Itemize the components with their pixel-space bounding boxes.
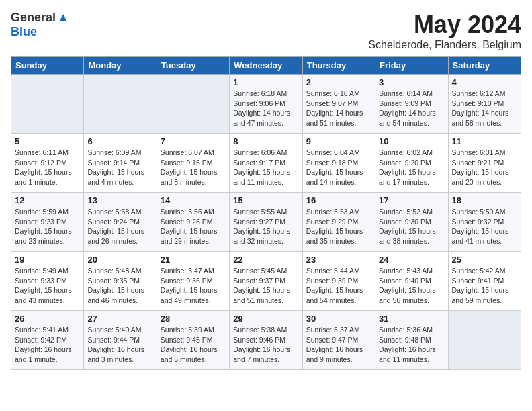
- calendar-cell: 18Sunrise: 5:50 AMSunset: 9:32 PMDayligh…: [448, 193, 521, 252]
- day-number: 28: [161, 314, 226, 324]
- cell-sun-info: Sunrise: 5:40 AMSunset: 9:44 PMDaylight:…: [87, 325, 152, 365]
- cell-sun-info: Sunrise: 5:59 AMSunset: 9:23 PMDaylight:…: [15, 207, 80, 246]
- day-number: 11: [452, 136, 517, 146]
- week-row-3: 12Sunrise: 5:59 AMSunset: 9:23 PMDayligh…: [11, 193, 521, 252]
- calendar-cell: 9Sunrise: 6:04 AMSunset: 9:18 PMDaylight…: [302, 134, 375, 193]
- cell-sun-info: Sunrise: 5:41 AMSunset: 9:42 PMDaylight:…: [15, 325, 80, 365]
- calendar-cell: 3Sunrise: 6:14 AMSunset: 9:09 PMDaylight…: [375, 75, 448, 134]
- day-number: 15: [233, 195, 298, 205]
- day-number: 17: [379, 195, 444, 205]
- cell-sun-info: Sunrise: 5:50 AMSunset: 9:32 PMDaylight:…: [452, 207, 517, 246]
- calendar-cell: 7Sunrise: 6:07 AMSunset: 9:15 PMDaylight…: [157, 134, 229, 193]
- month-title: May 2024: [368, 11, 521, 39]
- cell-sun-info: Sunrise: 6:02 AMSunset: 9:20 PMDaylight:…: [379, 148, 444, 187]
- day-number: 8: [233, 136, 298, 146]
- calendar-cell: 8Sunrise: 6:06 AMSunset: 9:17 PMDaylight…: [230, 134, 302, 193]
- calendar-cell: 24Sunrise: 5:43 AMSunset: 9:40 PMDayligh…: [375, 252, 448, 311]
- calendar-cell: [448, 311, 521, 370]
- calendar-cell: [11, 75, 84, 134]
- day-number: 12: [15, 195, 80, 205]
- calendar-cell: 16Sunrise: 5:53 AMSunset: 9:29 PMDayligh…: [302, 193, 375, 252]
- calendar-cell: 14Sunrise: 5:56 AMSunset: 9:26 PMDayligh…: [157, 193, 229, 252]
- calendar-cell: 22Sunrise: 5:45 AMSunset: 9:37 PMDayligh…: [230, 252, 302, 311]
- day-number: 5: [15, 136, 80, 146]
- calendar-cell: 23Sunrise: 5:44 AMSunset: 9:39 PMDayligh…: [302, 252, 375, 311]
- cell-sun-info: Sunrise: 5:44 AMSunset: 9:39 PMDaylight:…: [306, 266, 371, 306]
- day-header-friday: Friday: [375, 57, 448, 75]
- calendar-cell: 31Sunrise: 5:36 AMSunset: 9:48 PMDayligh…: [375, 311, 448, 370]
- calendar-cell: 5Sunrise: 6:11 AMSunset: 9:12 PMDaylight…: [11, 134, 84, 193]
- logo-triangle-icon: [57, 11, 69, 24]
- calendar-table: SundayMondayTuesdayWednesdayThursdayFrid…: [11, 56, 521, 370]
- calendar-cell: 2Sunrise: 6:16 AMSunset: 9:07 PMDaylight…: [302, 75, 375, 134]
- day-number: 14: [161, 195, 226, 205]
- cell-sun-info: Sunrise: 6:06 AMSunset: 9:17 PMDaylight:…: [233, 148, 298, 187]
- day-number: 13: [87, 195, 152, 205]
- day-header-tuesday: Tuesday: [157, 57, 229, 75]
- calendar-cell: 6Sunrise: 6:09 AMSunset: 9:14 PMDaylight…: [84, 134, 157, 193]
- cell-sun-info: Sunrise: 5:37 AMSunset: 9:47 PMDaylight:…: [306, 325, 371, 365]
- calendar-cell: 13Sunrise: 5:58 AMSunset: 9:24 PMDayligh…: [84, 193, 157, 252]
- day-header-monday: Monday: [84, 57, 157, 75]
- header-row: SundayMondayTuesdayWednesdayThursdayFrid…: [11, 57, 521, 75]
- day-number: 10: [379, 136, 444, 146]
- cell-sun-info: Sunrise: 6:07 AMSunset: 9:15 PMDaylight:…: [161, 148, 226, 187]
- day-number: 30: [306, 314, 371, 324]
- day-number: 16: [306, 195, 371, 205]
- title-area: May 2024 Schelderode, Flanders, Belgium: [368, 11, 521, 51]
- calendar-cell: 19Sunrise: 5:49 AMSunset: 9:33 PMDayligh…: [11, 252, 84, 311]
- cell-sun-info: Sunrise: 5:52 AMSunset: 9:30 PMDaylight:…: [379, 207, 444, 246]
- day-number: 18: [452, 195, 517, 205]
- day-header-sunday: Sunday: [11, 57, 84, 75]
- day-number: 1: [233, 77, 298, 87]
- cell-sun-info: Sunrise: 6:14 AMSunset: 9:09 PMDaylight:…: [379, 89, 444, 128]
- calendar-cell: [84, 75, 157, 134]
- cell-sun-info: Sunrise: 5:47 AMSunset: 9:36 PMDaylight:…: [161, 266, 226, 306]
- week-row-4: 19Sunrise: 5:49 AMSunset: 9:33 PMDayligh…: [11, 252, 521, 311]
- calendar-cell: 29Sunrise: 5:38 AMSunset: 9:46 PMDayligh…: [230, 311, 302, 370]
- day-number: 2: [306, 77, 371, 87]
- week-row-2: 5Sunrise: 6:11 AMSunset: 9:12 PMDaylight…: [11, 134, 521, 193]
- cell-sun-info: Sunrise: 6:09 AMSunset: 9:14 PMDaylight:…: [87, 148, 152, 187]
- day-header-thursday: Thursday: [302, 57, 375, 75]
- day-number: 22: [233, 255, 298, 265]
- cell-sun-info: Sunrise: 6:11 AMSunset: 9:12 PMDaylight:…: [15, 148, 80, 187]
- day-number: 3: [379, 77, 444, 87]
- cell-sun-info: Sunrise: 6:01 AMSunset: 9:21 PMDaylight:…: [452, 148, 517, 187]
- cell-sun-info: Sunrise: 5:43 AMSunset: 9:40 PMDaylight:…: [379, 266, 444, 306]
- calendar-cell: 17Sunrise: 5:52 AMSunset: 9:30 PMDayligh…: [375, 193, 448, 252]
- calendar-cell: 11Sunrise: 6:01 AMSunset: 9:21 PMDayligh…: [448, 134, 521, 193]
- calendar-cell: [157, 75, 229, 134]
- svg-marker-0: [60, 14, 66, 21]
- cell-sun-info: Sunrise: 6:16 AMSunset: 9:07 PMDaylight:…: [306, 89, 371, 128]
- cell-sun-info: Sunrise: 5:49 AMSunset: 9:33 PMDaylight:…: [15, 266, 80, 306]
- day-header-wednesday: Wednesday: [230, 57, 302, 75]
- calendar-cell: 21Sunrise: 5:47 AMSunset: 9:36 PMDayligh…: [157, 252, 229, 311]
- day-number: 29: [233, 314, 298, 324]
- day-number: 24: [379, 255, 444, 265]
- cell-sun-info: Sunrise: 6:04 AMSunset: 9:18 PMDaylight:…: [306, 148, 371, 187]
- calendar-cell: 26Sunrise: 5:41 AMSunset: 9:42 PMDayligh…: [11, 311, 84, 370]
- logo: General Blue: [11, 11, 69, 39]
- day-number: 19: [15, 255, 80, 265]
- day-number: 6: [87, 136, 152, 146]
- day-number: 7: [161, 136, 226, 146]
- calendar-cell: 28Sunrise: 5:39 AMSunset: 9:45 PMDayligh…: [157, 311, 229, 370]
- cell-sun-info: Sunrise: 5:55 AMSunset: 9:27 PMDaylight:…: [233, 207, 298, 246]
- logo-general-text: General: [11, 11, 56, 25]
- day-number: 23: [306, 255, 371, 265]
- day-header-saturday: Saturday: [448, 57, 521, 75]
- calendar-cell: 30Sunrise: 5:37 AMSunset: 9:47 PMDayligh…: [302, 311, 375, 370]
- logo-blue-text: Blue: [11, 25, 37, 38]
- cell-sun-info: Sunrise: 6:12 AMSunset: 9:10 PMDaylight:…: [452, 89, 517, 128]
- day-number: 9: [306, 136, 371, 146]
- day-number: 27: [87, 314, 152, 324]
- cell-sun-info: Sunrise: 5:56 AMSunset: 9:26 PMDaylight:…: [161, 207, 226, 246]
- calendar-cell: 10Sunrise: 6:02 AMSunset: 9:20 PMDayligh…: [375, 134, 448, 193]
- location-title: Schelderode, Flanders, Belgium: [368, 39, 521, 51]
- calendar-cell: 20Sunrise: 5:48 AMSunset: 9:35 PMDayligh…: [84, 252, 157, 311]
- header: General Blue May 2024 Schelderode, Fland…: [11, 11, 521, 51]
- cell-sun-info: Sunrise: 5:45 AMSunset: 9:37 PMDaylight:…: [233, 266, 298, 306]
- day-number: 20: [87, 255, 152, 265]
- calendar-cell: 27Sunrise: 5:40 AMSunset: 9:44 PMDayligh…: [84, 311, 157, 370]
